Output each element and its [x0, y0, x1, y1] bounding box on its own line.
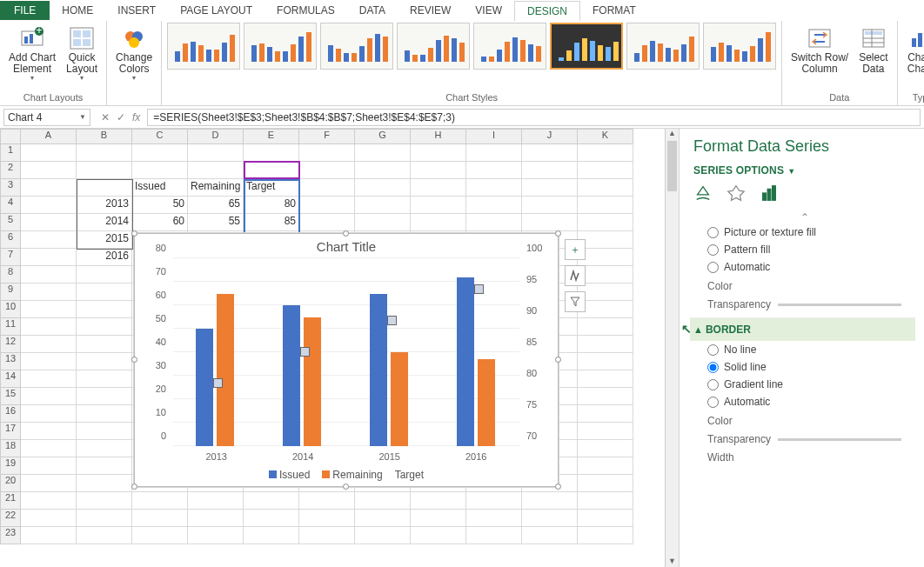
row-header-22[interactable]: 22: [0, 510, 21, 527]
cell-K2[interactable]: [578, 162, 633, 179]
cell-B3[interactable]: [77, 179, 132, 197]
cell-F4[interactable]: [299, 197, 355, 214]
cell-B6[interactable]: 2015: [77, 231, 132, 249]
switch-row-column-button[interactable]: Switch Row/ Column: [787, 23, 852, 77]
tab-view[interactable]: VIEW: [463, 1, 514, 20]
row-header-23[interactable]: 23: [0, 527, 21, 544]
cell-J5[interactable]: [522, 214, 578, 231]
col-header-H[interactable]: H: [411, 129, 466, 144]
select-all-corner[interactable]: [0, 129, 21, 144]
cell-F3[interactable]: [299, 179, 355, 197]
cell-K17[interactable]: [578, 423, 633, 440]
border-no-line[interactable]: No line: [693, 341, 915, 358]
cell-K7[interactable]: [578, 249, 633, 266]
cell-F21[interactable]: [299, 492, 355, 510]
border-solid-line[interactable]: Solid line: [693, 358, 915, 376]
cell-A3[interactable]: [21, 179, 77, 197]
scroll-up-arrow[interactable]: ▲: [666, 129, 679, 141]
cell-D22[interactable]: [188, 510, 244, 527]
cell-E5[interactable]: 85: [244, 214, 299, 231]
chevron-down-icon[interactable]: ▼: [79, 113, 86, 121]
scroll-down-arrow[interactable]: ▼: [666, 557, 679, 567]
chart-style-2[interactable]: [244, 23, 317, 70]
cell-D21[interactable]: [188, 492, 244, 510]
cell-H23[interactable]: [411, 527, 466, 544]
cell-C5[interactable]: 60: [132, 214, 188, 231]
col-header-F[interactable]: F: [299, 129, 355, 144]
vertical-scrollbar[interactable]: ▲ ▼: [665, 129, 679, 567]
cell-G1[interactable]: [355, 144, 411, 162]
cell-G3[interactable]: [355, 179, 411, 197]
cell-B11[interactable]: [77, 318, 132, 336]
tab-home[interactable]: HOME: [50, 1, 105, 20]
cell-B13[interactable]: [77, 353, 132, 370]
cell-J23[interactable]: [522, 527, 578, 544]
row-header-8[interactable]: 8: [0, 266, 21, 284]
cell-A4[interactable]: [21, 197, 77, 214]
row-header-17[interactable]: 17: [0, 423, 21, 440]
cell-K13[interactable]: [578, 353, 633, 370]
row-header-13[interactable]: 13: [0, 353, 21, 370]
col-header-K[interactable]: K: [578, 129, 633, 144]
cell-K11[interactable]: [578, 318, 633, 336]
cell-A22[interactable]: [21, 510, 77, 527]
cell-D4[interactable]: 65: [188, 197, 244, 214]
change-colors-button[interactable]: Change Colors▾: [112, 23, 156, 84]
row-header-6[interactable]: 6: [0, 231, 21, 249]
cell-K9[interactable]: [578, 284, 633, 301]
col-header-E[interactable]: E: [244, 129, 299, 144]
cell-J1[interactable]: [522, 144, 578, 162]
chart-style-7[interactable]: [626, 23, 700, 70]
select-data-button[interactable]: Select Data: [855, 23, 891, 77]
cell-H2[interactable]: [411, 162, 466, 179]
cell-A23[interactable]: [21, 527, 77, 544]
cell-K19[interactable]: [578, 457, 633, 475]
cell-B22[interactable]: [77, 510, 132, 527]
cell-J21[interactable]: [522, 492, 578, 510]
cell-C3[interactable]: Issued: [132, 179, 188, 197]
fill-pattern-option[interactable]: Pattern fill: [693, 241, 915, 258]
cell-D1[interactable]: [188, 144, 244, 162]
embedded-chart[interactable]: Chart Title 01020304050607080 7075808590…: [134, 233, 559, 487]
cell-E1[interactable]: [244, 144, 299, 162]
tab-review[interactable]: REVIEW: [398, 1, 463, 20]
cell-A6[interactable]: [21, 231, 77, 249]
tab-insert[interactable]: INSERT: [105, 1, 168, 20]
cell-G21[interactable]: [355, 492, 411, 510]
cell-B16[interactable]: [77, 405, 132, 423]
cell-A2[interactable]: [21, 162, 77, 179]
col-header-D[interactable]: D: [188, 129, 244, 144]
cell-J2[interactable]: [522, 162, 578, 179]
cell-I4[interactable]: [466, 197, 522, 214]
cell-B4[interactable]: 2013: [77, 197, 132, 214]
cell-D3[interactable]: Remaining: [188, 179, 244, 197]
cell-B17[interactable]: [77, 423, 132, 440]
cell-K3[interactable]: [578, 179, 633, 197]
cell-G2[interactable]: [355, 162, 411, 179]
quick-layout-button[interactable]: Quick Layout▾: [63, 23, 101, 84]
cell-E4[interactable]: 80: [244, 197, 299, 214]
chart-filter-button[interactable]: [565, 291, 586, 312]
chart-elements-button[interactable]: ＋: [565, 239, 586, 260]
cell-C2[interactable]: [132, 162, 188, 179]
cell-I21[interactable]: [466, 492, 522, 510]
cell-I5[interactable]: [466, 214, 522, 231]
cell-H5[interactable]: [411, 214, 466, 231]
row-header-4[interactable]: 4: [0, 197, 21, 214]
cell-F22[interactable]: [299, 510, 355, 527]
bar-remaining-2016[interactable]: [478, 359, 495, 446]
effects-icon[interactable]: [726, 183, 746, 203]
chart-style-gallery[interactable]: [167, 23, 776, 90]
cell-B12[interactable]: [77, 336, 132, 353]
row-header-9[interactable]: 9: [0, 284, 21, 301]
cell-A21[interactable]: [21, 492, 77, 510]
cell-K12[interactable]: [578, 336, 633, 353]
cell-A11[interactable]: [21, 318, 77, 336]
fill-line-icon[interactable]: [693, 183, 713, 203]
border-section[interactable]: ↖ ▲ BORDER: [690, 317, 915, 341]
bar-remaining-2013[interactable]: [217, 294, 234, 447]
cell-K15[interactable]: [578, 388, 633, 405]
cell-B7[interactable]: 2016: [77, 249, 132, 266]
cell-D5[interactable]: 55: [188, 214, 244, 231]
series-options-icon[interactable]: [760, 183, 779, 203]
